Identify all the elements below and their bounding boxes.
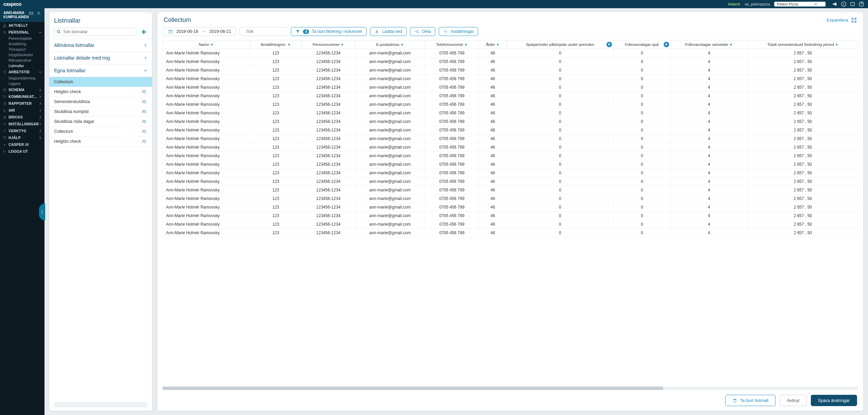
delete-template-button[interactable]: Ta bort listmall	[725, 395, 776, 406]
template-item[interactable]: Collectum	[49, 77, 152, 87]
column-header[interactable]: Totalt semesterskuld förändring period▼	[748, 40, 858, 49]
main-search-box[interactable]	[240, 27, 288, 36]
cell-empno: 123	[250, 203, 302, 212]
table-wrapper[interactable]: Namn▼Anställningsnr.▼Personnummer▼E-post…	[157, 40, 863, 385]
save-button[interactable]: Spara ändringar	[811, 395, 857, 406]
panel-scrollbar[interactable]	[53, 402, 148, 407]
nav-item-hj-lp[interactable]: HJÄLP	[0, 134, 44, 141]
table-row[interactable]: Ann-Marie Holmér Ramovsky123123456-1234a…	[163, 75, 858, 83]
table-row[interactable]: Ann-Marie Holmér Ramovsky123123456-1234a…	[163, 58, 858, 66]
column-header[interactable]: Personnummer▼	[302, 40, 355, 49]
column-filter-badge[interactable]	[664, 42, 669, 47]
accordion-header[interactable]: Egna listmallar	[49, 64, 152, 77]
cell-name: Ann-Marie Holmér Ramovsky	[163, 126, 250, 135]
table-row[interactable]: Ann-Marie Holmér Ramovsky123123456-1234a…	[163, 229, 858, 237]
help-icon[interactable]	[858, 1, 865, 7]
table-row[interactable]: Ann-Marie Holmér Ramovsky123123456-1234a…	[163, 212, 858, 220]
column-header[interactable]: Ålder▼	[479, 40, 507, 49]
nav-item-dricks[interactable]: DRICKS	[0, 114, 44, 121]
template-item[interactable]: Helglön check	[49, 87, 152, 97]
cell-vac_debt: 2 657 , 50	[748, 92, 858, 100]
table-row[interactable]: Ann-Marie Holmér Ramovsky123123456-1234a…	[163, 126, 858, 135]
column-header[interactable]: E-postadress▼	[355, 40, 425, 49]
nav-subitem[interactable]: Månadsrutiner	[0, 58, 44, 63]
nav-item-logga-ut[interactable]: LOGGA UT	[0, 148, 44, 155]
table-row[interactable]: Ann-Marie Holmér Ramovsky123123456-1234a…	[163, 83, 858, 92]
template-item[interactable]: Skuldlista komptid	[49, 107, 152, 117]
settings-button[interactable]: Inställningar	[439, 27, 478, 36]
nav-item-arbetstid[interactable]: ARBETSTID	[0, 68, 44, 75]
nav-subitem[interactable]: Liggare	[0, 81, 44, 86]
column-header[interactable]: Anställningsnr.▼	[250, 40, 302, 49]
collapse-sidebar-button[interactable]	[39, 203, 45, 221]
column-header[interactable]: Sjukperioder påbörjade under perioden	[507, 40, 614, 49]
table-row[interactable]: Ann-Marie Holmér Ramovsky123123456-1234a…	[163, 169, 858, 177]
template-item[interactable]: Semesterskuldlista	[49, 97, 152, 107]
download-button[interactable]: Ladda ned	[370, 27, 407, 36]
table-row[interactable]: Ann-Marie Holmér Ramovsky123123456-1234a…	[163, 152, 858, 160]
scrollbar-thumb[interactable]	[162, 387, 663, 390]
window-icon[interactable]	[850, 1, 856, 7]
chevron-icon	[39, 136, 42, 139]
column-header[interactable]: Namn▼	[163, 40, 250, 49]
table-row[interactable]: Ann-Marie Holmér Ramovsky123123456-1234a…	[163, 177, 858, 186]
cell-absent_sick: 0	[613, 152, 671, 160]
table-row[interactable]: Ann-Marie Holmér Ramovsky123123456-1234a…	[163, 100, 858, 109]
accordion-header[interactable]: Listmallar delade med mig	[49, 52, 152, 64]
clear-filters-button[interactable]: 4 Ta bort filtrering i kolumner	[291, 27, 367, 36]
nav-item-casper-ui[interactable]: CASPER UI	[0, 141, 44, 148]
column-header[interactable]: Telefonnummer▼	[425, 40, 479, 49]
nav-item-kommunikat-[interactable]: KOMMUNIKAT...	[0, 93, 44, 100]
nav-item-air[interactable]: AIR	[0, 107, 44, 114]
table-row[interactable]: Ann-Marie Holmér Ramovsky123123456-1234a…	[163, 143, 858, 152]
table-row[interactable]: Ann-Marie Holmér Ramovsky123123456-1234a…	[163, 220, 858, 229]
add-template-button[interactable]: +	[140, 28, 148, 36]
column-filter-badge[interactable]	[607, 42, 612, 47]
nav-subitem[interactable]: Dagsavstämning	[0, 75, 44, 81]
table-row[interactable]: Ann-Marie Holmér Ramovsky123123456-1234a…	[163, 92, 858, 100]
table-row[interactable]: Ann-Marie Holmér Ramovsky123123456-1234a…	[163, 117, 858, 126]
date-range-picker[interactable]: 2019-06-18 → 2019-06-21	[163, 27, 236, 36]
list-search-input[interactable]	[63, 29, 133, 34]
cell-vac_debt: 2 657 , 50	[748, 117, 858, 126]
info-icon[interactable]	[841, 1, 847, 7]
nav-item-inst-llningar[interactable]: INSTÄLLNINGAR	[0, 121, 44, 127]
nav-item-personal[interactable]: PERSONAL	[0, 29, 44, 36]
mail-icon[interactable]	[29, 11, 34, 16]
nav-subitem[interactable]: Anställning	[0, 41, 44, 47]
table-row[interactable]: Ann-Marie Holmér Ramovsky123123456-1234a…	[163, 135, 858, 143]
nav-item-aktuellt[interactable]: AKTUELLT	[0, 22, 44, 29]
cell-absent_vac: 4	[671, 92, 747, 100]
accordion-header[interactable]: Allmänna listmallar	[49, 39, 152, 52]
accordion-label: Allmänna listmallar	[54, 42, 144, 48]
table-row[interactable]: Ann-Marie Holmér Ramovsky123123456-1234a…	[163, 49, 858, 58]
nav-subitem[interactable]: Listmallar	[0, 63, 44, 68]
table-row[interactable]: Ann-Marie Holmér Ramovsky123123456-1234a…	[163, 66, 858, 75]
tenant-select[interactable]: Peters Pizza	[774, 2, 826, 7]
table-row[interactable]: Ann-Marie Holmér Ramovsky123123456-1234a…	[163, 109, 858, 117]
expand-button[interactable]: Expandera	[827, 17, 857, 23]
column-header[interactable]: Frånvarodagar sjuk	[613, 40, 671, 49]
table-row[interactable]: Ann-Marie Holmér Ramovsky123123456-1234a…	[163, 203, 858, 212]
nav-item-rapporter[interactable]: RAPPORTER	[0, 100, 44, 107]
template-item[interactable]: Skuldlista röda dagar	[49, 117, 152, 127]
nav-subitem[interactable]: Personregister	[0, 36, 44, 41]
template-item[interactable]: Collectum	[49, 127, 152, 137]
cancel-button[interactable]: Avbryt	[780, 395, 807, 406]
list-search-box[interactable]	[53, 28, 136, 36]
table-h-scrollbar[interactable]	[162, 387, 858, 390]
cell-absent_sick: 0	[613, 160, 671, 169]
nav-subitem[interactable]: Intyg/blanketter	[0, 52, 44, 58]
user-menu-icon[interactable]	[36, 11, 41, 16]
table-row[interactable]: Ann-Marie Holmér Ramovsky123123456-1234a…	[163, 194, 858, 203]
share-button[interactable]: Dela	[410, 27, 435, 36]
table-row[interactable]: Ann-Marie Holmér Ramovsky123123456-1234a…	[163, 186, 858, 194]
nav-subitem[interactable]: Timrapport	[0, 47, 44, 52]
table-row[interactable]: Ann-Marie Holmér Ramovsky123123456-1234a…	[163, 160, 858, 169]
nav-item-verktyg[interactable]: VERKTYG	[0, 127, 44, 134]
column-header[interactable]: Frånvarodagar semester▼	[671, 40, 747, 49]
template-item[interactable]: Helglön check	[49, 137, 152, 147]
nav-item-schema[interactable]: SCHEMA	[0, 86, 44, 93]
cell-vac_debt: 2 657 , 50	[748, 220, 858, 229]
announce-icon[interactable]	[832, 1, 838, 7]
